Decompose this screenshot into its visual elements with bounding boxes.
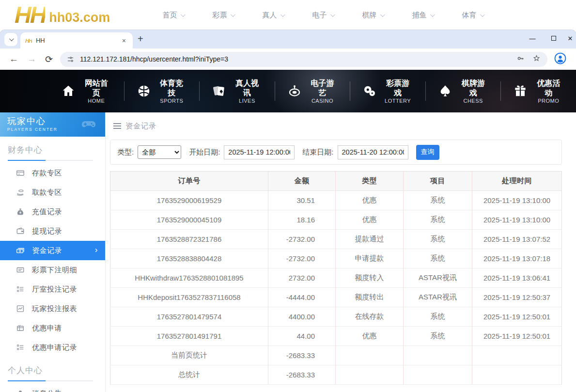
cell-order: 1763527801491791 (110, 327, 268, 346)
back-button[interactable]: ← (5, 54, 23, 64)
sidebar-item-promo-apply[interactable]: 优惠申请 (0, 318, 105, 338)
gift-icon (513, 84, 528, 98)
chevron-down-icon (380, 12, 385, 17)
cell-type: 额度转入 (336, 268, 404, 288)
breadcrumb: 资金记录 (110, 112, 562, 140)
sidebar-item-announcements[interactable]: 消息公告 (0, 384, 105, 392)
password-key-icon[interactable] (516, 54, 525, 64)
cell-order: 1763528838804428 (110, 249, 268, 268)
nav-lottery[interactable]: 彩票游戏LOTTERY (350, 78, 425, 105)
top-nav-label: 电子 (312, 11, 327, 20)
table-row: 1763528872321786 -2732.00 提款通过 系统 2025-1… (110, 230, 562, 249)
list-icon (16, 285, 25, 294)
sidebar-title: 玩家中心 (7, 115, 105, 127)
sidebar-item-player-bet-report[interactable]: 玩家投注报表 (0, 299, 105, 318)
top-nav-label: 捕鱼 (412, 11, 426, 20)
cell-time: 2025-11-19 12:50:01 (472, 307, 562, 327)
nav-chess[interactable]: 棋牌游戏CHESS (425, 78, 501, 105)
start-date-input[interactable] (224, 145, 295, 159)
sidebar-item-withdrawal-records[interactable]: 提现记录 (0, 221, 105, 241)
nav-home[interactable]: 网站首页HOME (48, 78, 124, 105)
top-nav-slots[interactable]: 电子 (312, 11, 362, 20)
end-date-input[interactable] (338, 145, 408, 159)
table-row: 1763528838804428 -2732.00 申请提款 系统 2025-1… (110, 249, 562, 268)
tab-title: HH (36, 37, 120, 44)
sidebar-item-lottery-bet-detail[interactable]: 彩票下注明细 (0, 260, 105, 280)
nav-label-en: LOTTERY (383, 98, 413, 104)
site-logo[interactable]: HH hh03.com (15, 4, 110, 25)
cell-amount: 18.16 (268, 210, 336, 230)
sports-icon (137, 84, 151, 98)
cards-icon (212, 84, 226, 98)
sidebar-item-deposit-zone[interactable]: 存款专区 (0, 163, 105, 183)
top-nav-label: 首页 (162, 11, 177, 20)
type-label: 类型: (117, 148, 134, 157)
tab-search-button[interactable] (4, 33, 17, 46)
url-bar[interactable]: 112.121.172.181/hhcp/usercenter.html?ini… (60, 52, 547, 67)
cell-order: HHKdeposit1763527837116058 (110, 288, 268, 307)
top-nav-live[interactable]: 真人 (262, 11, 312, 20)
sidebar-item-hall-bet-records[interactable]: 厅室投注记录 (0, 280, 105, 299)
person-icon (16, 389, 25, 392)
new-tab-button[interactable]: + (138, 33, 143, 45)
top-nav-home[interactable]: 首页 (162, 11, 212, 20)
profile-avatar-icon[interactable] (554, 52, 566, 66)
tab-close-icon[interactable]: × (120, 36, 128, 46)
main-content: 资金记录 类型: 全部 开始日期: 结束日期: 查询 订单号 金额 (106, 112, 576, 392)
nav-live-casino[interactable]: 真人视讯LIVES (199, 78, 275, 105)
sidebar-item-withdraw-zone[interactable]: 取款专区 (0, 183, 105, 202)
sidebar-item-label: 提现记录 (32, 227, 62, 236)
table-header-row: 订单号 金额 类型 项目 处理时间 (110, 172, 562, 191)
sidebar-item-label: 玩家投注报表 (32, 304, 77, 314)
nav-label-zh: 体育竞技 (157, 78, 187, 98)
close-window-button[interactable]: ✕ (564, 35, 576, 42)
start-date-label: 开始日期: (189, 148, 220, 157)
nav-sports[interactable]: 体育竞技SPORTS (124, 78, 200, 105)
minimize-button[interactable]: — (522, 35, 543, 42)
cell-summary-label: 总统计 (110, 365, 268, 385)
sidebar-item-label: 厅室投注记录 (32, 285, 77, 294)
bookmark-star-icon[interactable] (532, 54, 541, 64)
sidebar-item-label: 充值记录 (32, 207, 62, 217)
sidebar: 玩家中心 PLAYERS CENTER 财务中心 存款专区 取款专区 充值记录 … (0, 112, 106, 392)
cell-amount: -4444.00 (268, 288, 336, 307)
sidebar-subtitle: PLAYERS CENTER (7, 127, 105, 132)
top-nav-chess[interactable]: 棋牌 (362, 11, 412, 20)
url-text: 112.121.172.181/hhcp/usercenter.html?ini… (80, 55, 509, 63)
forward-button[interactable]: → (23, 54, 41, 64)
ticket-detail-icon (16, 266, 25, 274)
wallet-icon (16, 227, 25, 235)
top-nav-sports[interactable]: 体育 (462, 11, 512, 20)
top-nav-label: 体育 (462, 11, 476, 20)
sidebar-item-promo-apply-records[interactable]: 优惠申请记录 (0, 338, 105, 357)
withdraw-hand-icon (16, 188, 25, 197)
sidebar-item-fund-records[interactable]: 资金记录 › (0, 241, 105, 260)
sidebar-item-recharge-records[interactable]: 充值记录 (0, 202, 105, 221)
table-row: 1763529000045109 18.16 优惠 系统 2025-11-19 … (110, 210, 562, 230)
nav-label-en: SPORTS (157, 98, 187, 104)
section-heading-personal: 个人中心 (8, 365, 97, 376)
top-nav-lottery[interactable]: 彩票 (212, 11, 262, 20)
sidebar-item-label: 资金记录 (32, 246, 62, 255)
roulette-icon (287, 84, 302, 98)
cell-amount: 4400.00 (268, 307, 336, 327)
table-row: HHKwithdraw1763528801081895 2732.00 额度转入… (110, 268, 562, 288)
nav-promo[interactable]: 优惠活动PROMO (500, 78, 576, 105)
site-top-nav: 首页 彩票 真人 电子 棋牌 捕鱼 体育 (162, 11, 512, 20)
cell-time: 2025-11-19 13:06:41 (472, 268, 562, 288)
cell-type: 优惠 (336, 191, 404, 210)
maximize-button[interactable] (543, 35, 564, 42)
browser-tabstrip: HH HH × + — ✕ (0, 30, 576, 48)
reload-button[interactable]: ⟳ (41, 54, 57, 65)
nav-casino[interactable]: 电子游艺CASINO (275, 78, 350, 105)
sidebar-item-label: 优惠申请记录 (32, 343, 77, 352)
game-category-nav: 网站首页HOME 体育竞技SPORTS 真人视讯LIVES 电子游艺CASINO… (0, 70, 576, 112)
top-nav-label: 棋牌 (362, 11, 376, 20)
cell-order: 1763527801479574 (110, 307, 268, 327)
browser-tab[interactable]: HH HH × (20, 32, 133, 48)
window-controls: — ✕ (522, 30, 576, 47)
type-select[interactable]: 全部 (138, 145, 181, 159)
top-nav-fishing[interactable]: 捕鱼 (412, 11, 462, 20)
cell-time (472, 346, 562, 365)
search-button[interactable]: 查询 (416, 145, 439, 160)
